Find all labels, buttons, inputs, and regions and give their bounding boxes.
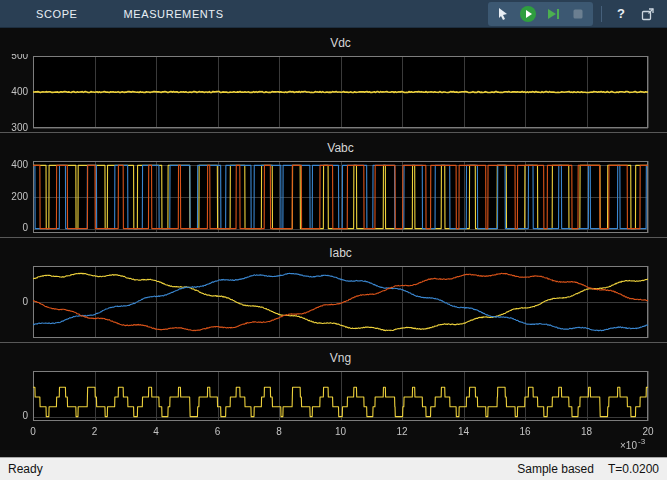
stop-icon xyxy=(571,7,585,21)
plot-title-vabc: Vabc xyxy=(0,133,667,159)
status-right: Sample based T=0.0200 xyxy=(517,462,659,476)
tab-scope[interactable]: SCOPE xyxy=(36,8,78,20)
hand-icon xyxy=(495,6,511,22)
sim-time-text: T=0.0200 xyxy=(608,462,659,476)
simulate-button-group xyxy=(488,2,593,26)
play-icon xyxy=(519,5,537,23)
panel-vabc: Vabc xyxy=(0,133,667,238)
stepping-options-button[interactable] xyxy=(492,3,514,25)
vabc-plot-canvas[interactable] xyxy=(0,159,667,237)
panel-vng: Vng xyxy=(0,343,667,457)
step-forward-icon xyxy=(545,6,561,22)
plot-area: Vdc Vabc Iabc Vng xyxy=(0,28,667,457)
status-bar: Ready Sample based T=0.0200 xyxy=(0,457,667,480)
toolbar: SCOPE MEASUREMENTS xyxy=(0,0,667,28)
toolbar-divider xyxy=(601,6,602,22)
status-ready-text: Ready xyxy=(8,462,43,476)
plot-title-vng: Vng xyxy=(0,343,667,369)
scope-window: SCOPE MEASUREMENTS xyxy=(0,0,667,480)
tab-measurements[interactable]: MEASUREMENTS xyxy=(124,8,224,20)
plot-title-iabc: Iabc xyxy=(0,238,667,264)
question-icon: ? xyxy=(617,6,625,21)
stop-button[interactable] xyxy=(567,3,589,25)
toolbar-actions: ? xyxy=(488,2,667,26)
plot-title-vdc: Vdc xyxy=(0,28,667,54)
sample-mode-text: Sample based xyxy=(517,462,594,476)
iabc-plot-canvas[interactable] xyxy=(0,264,667,342)
popout-icon xyxy=(640,6,656,22)
step-forward-button[interactable] xyxy=(542,3,564,25)
popout-button[interactable] xyxy=(637,3,659,25)
panel-vdc: Vdc xyxy=(0,28,667,133)
vdc-plot-canvas[interactable] xyxy=(0,54,667,132)
panel-iabc: Iabc xyxy=(0,238,667,343)
vng-plot-canvas[interactable] xyxy=(0,369,667,457)
run-button[interactable] xyxy=(517,3,539,25)
help-button[interactable]: ? xyxy=(610,3,632,25)
